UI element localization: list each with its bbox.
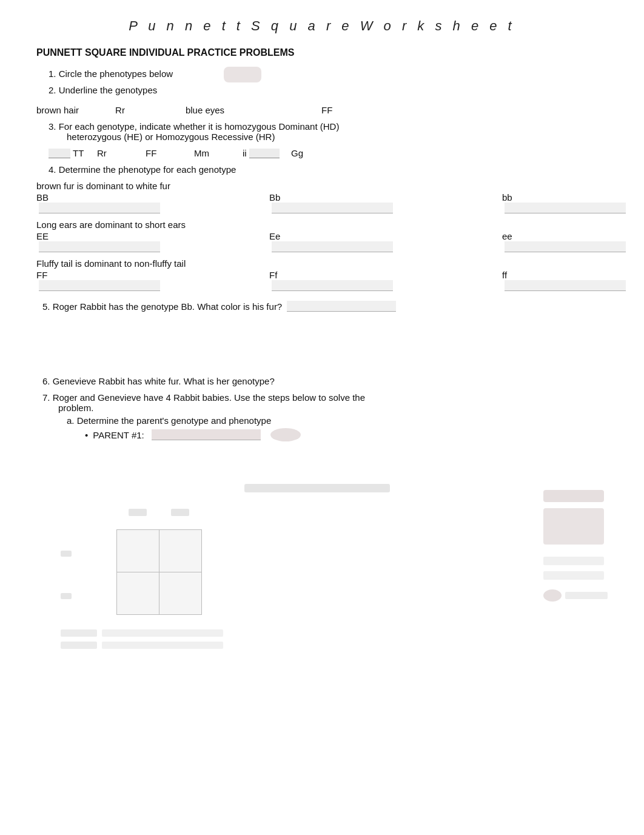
trait-brown-fur-label: brown fur is dominant to white fur (36, 181, 608, 191)
q3-genotypes-row: TT Rr FF Mm ii Gg (49, 148, 608, 158)
q7-parent1-row: • PARENT #1: (85, 428, 608, 441)
trait-fluffy-tail-genotypes: FF Ff ff (36, 270, 608, 291)
q3-mm: Mm (194, 148, 236, 158)
q7-text: 7. Roger and Genevieve have 4 Rabbit bab… (42, 392, 608, 403)
q3-tt: TT (49, 148, 91, 158)
punnett-cell-2[interactable] (159, 529, 201, 572)
ee-recessive-answer[interactable] (505, 241, 626, 252)
q5-answer[interactable] (287, 301, 396, 312)
q7-text2: problem. (58, 403, 608, 413)
q4-block: 4. Determine the phenotype for each geno… (36, 164, 608, 291)
q4-text: 4. Determine the phenotype for each geno… (49, 164, 608, 175)
q3-ff: FF (146, 148, 188, 158)
ff-item: FF (36, 270, 160, 291)
ff-recessive-item: ff (502, 270, 626, 291)
ee-lowercase-answer[interactable] (272, 241, 393, 252)
ee-answer[interactable] (39, 241, 160, 252)
trait-long-ears-genotypes: EE Ee ee (36, 231, 608, 252)
q3-block: 3. For each genotype, indicate whether i… (36, 121, 608, 158)
punnett-cell-4[interactable] (159, 572, 201, 614)
trait-brown-fur: brown fur is dominant to white fur BB Bb… (36, 181, 608, 213)
q5-text: 5. Roger Rabbit has the genotype Bb. Wha… (42, 301, 282, 312)
punnett-cell-3[interactable] (116, 572, 159, 614)
q5-block: 5. Roger Rabbit has the genotype Bb. Wha… (42, 301, 608, 312)
ee-recessive-item: ee (502, 231, 626, 252)
phenotype-genotype-row: brown hair Rr blue eyes FF (36, 105, 608, 115)
parent1-label: PARENT #1: (93, 430, 144, 440)
ff-lowercase-answer[interactable] (272, 280, 393, 291)
section-title: PUNNETT SQUARE INDIVIDUAL PRACTICE PROBL… (36, 47, 608, 58)
parent1-answer[interactable] (152, 429, 261, 440)
instruction-2: 2. Underline the genotypes (49, 85, 608, 95)
punnett-square-table (74, 496, 202, 615)
ee-item: EE (36, 231, 160, 252)
trait-brown-fur-genotypes: BB Bb bb (36, 192, 608, 213)
q3-rr: Rr (97, 148, 139, 158)
instruction-1: 1. Circle the phenotypes below (49, 67, 608, 82)
instructions-block: 1. Circle the phenotypes below 2. Underl… (36, 67, 608, 95)
trait-long-ears-label: Long ears are dominant to short ears (36, 220, 608, 230)
bb-lowercase-item: Bb (269, 192, 393, 213)
ratio-area (61, 629, 608, 649)
parent1-circle (270, 428, 301, 441)
trait-fluffy-tail: Fluffy tail is dominant to non-fluffy ta… (36, 258, 608, 291)
q6-text: 6. Genevieve Rabbit has white fur. What … (42, 376, 275, 386)
tt-blank[interactable] (49, 149, 70, 158)
punnett-area (61, 484, 608, 617)
q3-ii: ii (243, 148, 285, 158)
trait-long-ears: Long ears are dominant to short ears EE … (36, 220, 608, 252)
rr-value: Rr (115, 105, 125, 115)
ff-lowercase-item: Ff (269, 270, 393, 291)
bb-item: BB (36, 192, 160, 213)
punnett-cell-1[interactable] (116, 529, 159, 572)
trait-fluffy-tail-label: Fluffy tail is dominant to non-fluffy ta… (36, 258, 608, 269)
ff-answer[interactable] (39, 280, 160, 291)
bb-answer[interactable] (39, 203, 160, 213)
bb-recessive-answer[interactable] (505, 203, 626, 213)
bb-lowercase-answer[interactable] (272, 203, 393, 213)
q3-text: 3. For each genotype, indicate whether i… (49, 121, 608, 142)
q3-gg: Gg (291, 148, 334, 158)
page-title: P u n n e t t S q u a r e W o r k s h e … (36, 18, 608, 34)
bb-recessive-item: bb (502, 192, 626, 213)
blue-eyes-label: blue eyes (186, 105, 224, 115)
q6-block: 6. Genevieve Rabbit has white fur. What … (42, 376, 608, 386)
ii-blank[interactable] (249, 149, 280, 158)
q7-suba: a. Determine the parent's genotype and p… (67, 415, 608, 426)
brown-hair-label: brown hair (36, 105, 79, 115)
ff-value: FF (321, 105, 332, 115)
ee-lowercase-item: Ee (269, 231, 393, 252)
ff-recessive-answer[interactable] (505, 280, 626, 291)
q7-block: 7. Roger and Genevieve have 4 Rabbit bab… (42, 392, 608, 441)
